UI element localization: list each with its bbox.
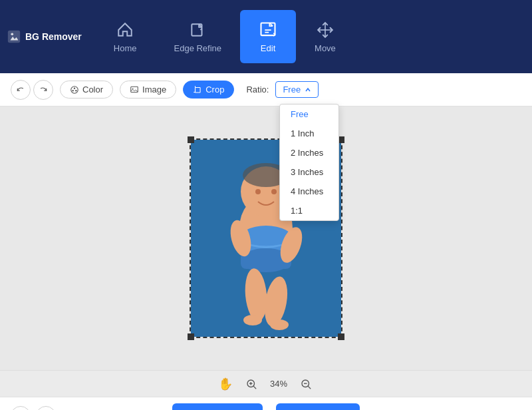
color-icon xyxy=(70,85,79,95)
color-label: Color xyxy=(82,85,103,95)
nav-move-label: Move xyxy=(315,43,336,53)
dropdown-item-free[interactable]: Free xyxy=(280,104,338,124)
dropdown-item-2inches[interactable]: 2 Inches xyxy=(280,143,338,162)
nav-item-move[interactable]: Move xyxy=(296,10,354,63)
edit-icon xyxy=(259,21,277,39)
svg-point-8 xyxy=(72,90,74,91)
dropdown-item-3inches[interactable]: 3 Inches xyxy=(280,162,338,182)
zoom-in-icon xyxy=(245,378,257,390)
zoom-out-icon xyxy=(300,378,312,390)
ratio-value: Free xyxy=(283,85,301,95)
bottom-nav xyxy=(11,406,56,411)
crop-handle-br[interactable] xyxy=(338,333,344,340)
svg-rect-12 xyxy=(196,87,201,93)
app-title: BG Remover xyxy=(25,31,82,42)
zoom-in-button[interactable] xyxy=(243,376,259,392)
chevron-up-icon xyxy=(305,87,311,93)
svg-point-26 xyxy=(270,319,289,330)
svg-point-9 xyxy=(75,90,76,91)
nav-edit-label: Edit xyxy=(261,43,275,53)
svg-point-6 xyxy=(71,86,78,93)
new-image-button[interactable]: New Image xyxy=(172,403,263,410)
ratio-label: Ratio: xyxy=(246,85,269,95)
bottom-bar: New Image Download xyxy=(0,397,532,410)
svg-point-28 xyxy=(271,189,277,194)
redo-icon xyxy=(39,85,48,95)
logo-icon xyxy=(7,29,21,44)
crop-handle-bl[interactable] xyxy=(188,333,194,340)
toolbar: Color Image Crop Ratio: Free Free 1 Inch… xyxy=(0,73,532,106)
crop-handle-tl[interactable] xyxy=(188,136,194,143)
svg-rect-3 xyxy=(261,23,275,35)
image-label: Image xyxy=(142,85,166,95)
redo-button[interactable] xyxy=(33,80,53,100)
svg-point-25 xyxy=(243,315,262,325)
image-button[interactable]: Image xyxy=(120,81,176,99)
home-icon xyxy=(116,21,134,39)
hand-tool-icon[interactable]: ✋ xyxy=(218,377,233,391)
nav-item-home[interactable]: Home xyxy=(95,10,156,63)
nav-item-edge-refine[interactable]: Edge Refine xyxy=(156,10,241,63)
nav-home-label: Home xyxy=(114,43,137,53)
undo-icon xyxy=(16,85,25,95)
next-button[interactable] xyxy=(36,406,56,411)
prev-button[interactable] xyxy=(11,406,31,411)
dropdown-item-1inch[interactable]: 1 Inch xyxy=(280,124,338,143)
ratio-select-button[interactable]: Free xyxy=(275,81,319,98)
crop-label: Crop xyxy=(205,85,224,95)
header: BG Remover Home Edge Refine xyxy=(0,0,532,73)
nav-item-edit[interactable]: Edit xyxy=(240,10,296,63)
app-logo: BG Remover xyxy=(7,29,82,44)
ratio-dropdown: Free 1 Inch 2 Inches 3 Inches 4 Inches 1… xyxy=(279,104,339,221)
color-button[interactable]: Color xyxy=(60,81,113,99)
crop-icon xyxy=(193,85,202,95)
download-button[interactable]: Download xyxy=(276,403,360,410)
svg-point-11 xyxy=(132,88,134,89)
move-icon xyxy=(316,21,334,39)
svg-point-7 xyxy=(74,87,75,89)
edge-refine-icon xyxy=(188,21,207,39)
svg-rect-0 xyxy=(8,31,20,43)
dropdown-item-1-1[interactable]: 1:1 xyxy=(280,201,338,220)
svg-point-1 xyxy=(11,33,13,36)
crop-button[interactable]: Crop xyxy=(183,81,234,99)
zoom-out-button[interactable] xyxy=(298,376,314,392)
undo-button[interactable] xyxy=(11,80,31,100)
canvas-area xyxy=(0,106,532,370)
status-bar: ✋ 34% xyxy=(0,370,532,397)
dropdown-item-4inches[interactable]: 4 Inches xyxy=(280,182,338,201)
svg-point-27 xyxy=(255,189,261,194)
nav-edge-refine-label: Edge Refine xyxy=(174,43,222,53)
undo-redo-group xyxy=(11,80,53,100)
zoom-percent: 34% xyxy=(270,379,287,389)
image-icon xyxy=(130,85,139,95)
